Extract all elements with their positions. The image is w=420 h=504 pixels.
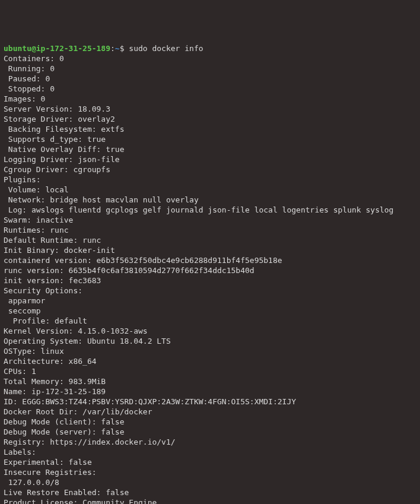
output-line: Registry: https://index.docker.io/v1/ [4, 437, 416, 447]
output-line: apparmor [4, 296, 416, 306]
output-line: Init Binary: docker-init [4, 245, 416, 255]
output-line: Operating System: Ubuntu 18.04.2 LTS [4, 336, 416, 346]
output-line: Kernel Version: 4.15.0-1032-aws [4, 326, 416, 336]
output-line: Paused: 0 [4, 74, 416, 84]
output-line: Runtimes: runc [4, 225, 416, 235]
output-line: CPUs: 1 [4, 366, 416, 376]
output-line: init version: fec3683 [4, 275, 416, 286]
output-line: Experimental: false [4, 457, 416, 467]
output-line: Stopped: 0 [4, 84, 416, 94]
prompt-dollar: $ [120, 44, 129, 53]
output-line: Debug Mode (client): false [4, 417, 416, 427]
output-line: Server Version: 18.09.3 [4, 104, 416, 114]
command-text: sudo docker info [129, 44, 203, 53]
output-line: Cgroup Driver: cgroupfs [4, 164, 416, 175]
terminal[interactable]: ubuntu@ip-172-31-25-189:~$ sudo docker i… [4, 43, 416, 504]
output-line: Profile: default [4, 316, 416, 326]
output-line: seccomp [4, 306, 416, 316]
output-line: Architecture: x86_64 [4, 356, 416, 366]
output-line: Storage Driver: overlay2 [4, 114, 416, 124]
output-line: Supports d_type: true [4, 134, 416, 144]
output-line: Product License: Community Engine [4, 497, 416, 504]
output-line: Docker Root Dir: /var/lib/docker [4, 407, 416, 417]
output-line: Swarm: inactive [4, 215, 416, 225]
output-line: Network: bridge host macvlan null overla… [4, 195, 416, 205]
prompt-separator: : [110, 44, 115, 53]
output-line: ID: EGGG:BWS3:TZ44:PSBV:YSRD:QJXP:2A3W:Z… [4, 397, 416, 407]
output-line: Logging Driver: json-file [4, 154, 416, 164]
output-line: OSType: linux [4, 346, 416, 356]
command-line: ubuntu@ip-172-31-25-189:~$ sudo docker i… [4, 43, 416, 53]
prompt-user-host: ubuntu@ip-172-31-25-189 [4, 44, 110, 53]
output-line: Log: awslogs fluentd gcplogs gelf journa… [4, 205, 416, 215]
output-line: Security Options: [4, 286, 416, 296]
output-line: Backing Filesystem: extfs [4, 124, 416, 134]
output-line: Volume: local [4, 185, 416, 195]
command-output: Containers: 0 Running: 0 Paused: 0 Stopp… [4, 53, 416, 504]
output-line: Debug Mode (server): false [4, 427, 416, 437]
output-line: Total Memory: 983.9MiB [4, 376, 416, 386]
output-line: 127.0.0.0/8 [4, 477, 416, 487]
output-line: Running: 0 [4, 64, 416, 74]
output-line: Live Restore Enabled: false [4, 487, 416, 497]
output-line: Plugins: [4, 175, 416, 185]
output-line: Name: ip-172-31-25-189 [4, 386, 416, 397]
output-line: Images: 0 [4, 94, 416, 104]
output-line: Insecure Registries: [4, 467, 416, 477]
output-line: Default Runtime: runc [4, 235, 416, 245]
output-line: runc version: 6635b4f0c6af3810594d2770f6… [4, 265, 416, 275]
output-line: Containers: 0 [4, 53, 416, 64]
prompt-path: ~ [115, 44, 120, 53]
output-line: Labels: [4, 447, 416, 457]
output-line: Native Overlay Diff: true [4, 144, 416, 154]
output-line: containerd version: e6b3f5632f50dbc4e9cb… [4, 255, 416, 265]
